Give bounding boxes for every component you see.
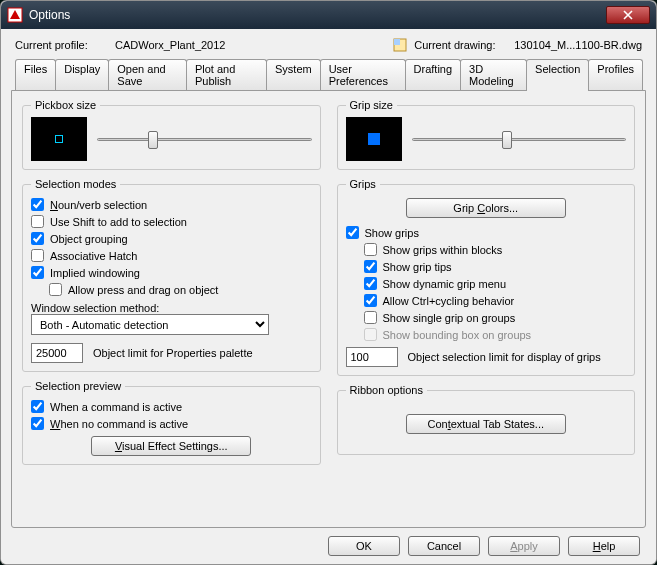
contextual-tab-button[interactable]: Contextual Tab States... [406, 414, 566, 434]
options-dialog: Options Current profile: CADWorx_Plant_2… [0, 0, 657, 565]
visual-effect-button[interactable]: Visual Effect Settings... [91, 436, 251, 456]
tab-profiles[interactable]: Profiles [588, 59, 643, 90]
grip-limit-label: Object selection limit for display of gr… [408, 351, 601, 363]
object-grouping-check[interactable]: Object grouping [31, 230, 312, 247]
selection-preview-group: Selection preview When a command is acti… [22, 380, 321, 465]
show-grips-check[interactable]: Show grips [346, 224, 627, 241]
grips-legend: Grips [346, 178, 380, 190]
no-cmd-check[interactable]: When no command is active [31, 415, 312, 432]
gripsize-slider[interactable] [412, 129, 627, 149]
grip-colors-button[interactable]: Grip Colors... [406, 198, 566, 218]
allow-press-drag-check[interactable]: Allow press and drag on object [31, 281, 312, 298]
profile-row: Current profile: CADWorx_Plant_2012 Curr… [11, 35, 646, 59]
object-limit-label: Object limit for Properties palette [93, 347, 253, 359]
single-grip-groups-check[interactable]: Show single grip on groups [346, 309, 627, 326]
window-title: Options [29, 8, 606, 22]
bbox-groups-check: Show bounding box on groups [346, 326, 627, 343]
profile-value: CADWorx_Plant_2012 [115, 39, 392, 51]
modes-legend: Selection modes [31, 178, 120, 190]
selection-panel: Pickbox size Selection modes Noun/verb s… [11, 90, 646, 528]
pickbox-slider[interactable] [97, 129, 312, 149]
noun-verb-check[interactable]: Noun/verb selection [31, 196, 312, 213]
client-area: Current profile: CADWorx_Plant_2012 Curr… [1, 29, 656, 564]
tab-display[interactable]: Display [55, 59, 109, 90]
ribbon-options-group: Ribbon options Contextual Tab States... [337, 384, 636, 455]
tab-open-and-save[interactable]: Open and Save [108, 59, 187, 90]
implied-window-check[interactable]: Implied windowing [31, 264, 312, 281]
object-limit-input[interactable] [31, 343, 83, 363]
selection-modes-group: Selection modes Noun/verb selection Use … [22, 178, 321, 372]
close-button[interactable] [606, 6, 650, 24]
profile-label: Current profile: [15, 39, 115, 51]
ribbon-legend: Ribbon options [346, 384, 427, 396]
grips-group: Grips Grip Colors... Show grips Show gri… [337, 178, 636, 376]
pickbox-group: Pickbox size [22, 99, 321, 170]
shift-add-check[interactable]: Use Shift to add to selection [31, 213, 312, 230]
right-column: Grip size Grips Grip Colors... Show grip… [337, 99, 636, 519]
tab-files[interactable]: Files [15, 59, 56, 90]
tab-system[interactable]: System [266, 59, 321, 90]
help-button[interactable]: Help [568, 536, 640, 556]
close-icon [623, 10, 633, 20]
drawing-icon [392, 37, 408, 53]
tab-strip: FilesDisplayOpen and SavePlot and Publis… [11, 59, 646, 90]
gripsize-group: Grip size [337, 99, 636, 170]
gripsize-legend: Grip size [346, 99, 397, 111]
pickbox-legend: Pickbox size [31, 99, 100, 111]
tab-user-preferences[interactable]: User Preferences [320, 59, 406, 90]
pickbox-preview [31, 117, 87, 161]
assoc-hatch-check[interactable]: Associative Hatch [31, 247, 312, 264]
dynamic-grip-menu-check[interactable]: Show dynamic grip menu [346, 275, 627, 292]
ok-button[interactable]: OK [328, 536, 400, 556]
dialog-footer: OK Cancel Apply Help [11, 528, 646, 556]
svg-rect-2 [394, 39, 400, 45]
tab-3d-modeling[interactable]: 3D Modeling [460, 59, 527, 90]
window-method-label: Window selection method: [31, 302, 312, 314]
cancel-button[interactable]: Cancel [408, 536, 480, 556]
grips-within-blocks-check[interactable]: Show grips within blocks [346, 241, 627, 258]
left-column: Pickbox size Selection modes Noun/verb s… [22, 99, 321, 519]
tab-drafting[interactable]: Drafting [405, 59, 462, 90]
grip-limit-input[interactable] [346, 347, 398, 367]
app-icon [7, 7, 23, 23]
preview-legend: Selection preview [31, 380, 125, 392]
tab-plot-and-publish[interactable]: Plot and Publish [186, 59, 267, 90]
drawing-label: Current drawing: [414, 39, 514, 51]
gripsize-preview [346, 117, 402, 161]
drawing-value: 130104_M...1100-BR.dwg [514, 39, 642, 51]
tab-selection[interactable]: Selection [526, 59, 589, 91]
grip-tips-check[interactable]: Show grip tips [346, 258, 627, 275]
window-method-select[interactable]: Both - Automatic detection [31, 314, 269, 335]
titlebar: Options [1, 1, 656, 29]
ctrl-cycle-check[interactable]: Allow Ctrl+cycling behavior [346, 292, 627, 309]
apply-button: Apply [488, 536, 560, 556]
cmd-active-check[interactable]: When a command is active [31, 398, 312, 415]
